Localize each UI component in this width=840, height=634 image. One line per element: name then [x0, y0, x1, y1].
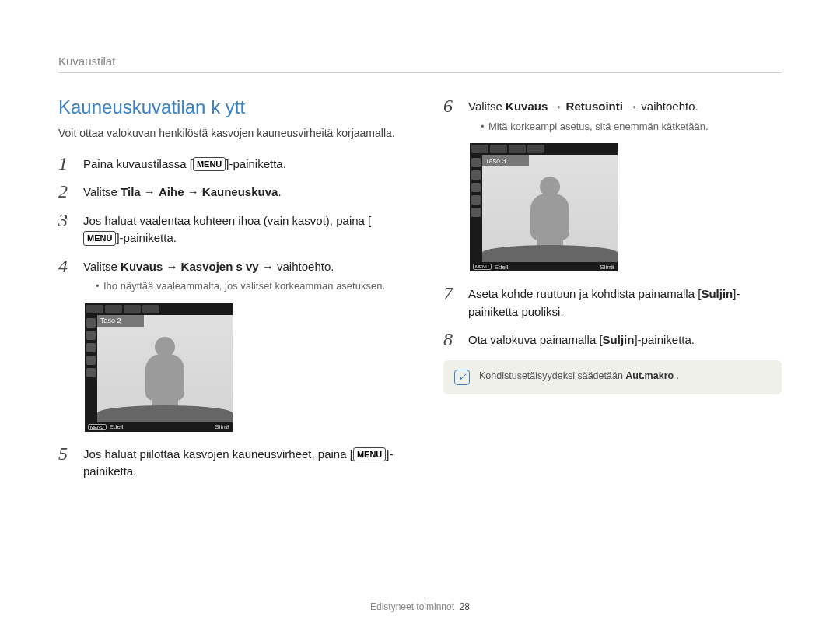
- camera-preview-2: Taso 3 MENUEdell. Siirrä: [470, 143, 618, 271]
- cam-option-icon: [86, 368, 96, 377]
- menu-badge: MENU: [473, 264, 492, 270]
- breadcrumb: Kuvaustilat: [58, 54, 782, 73]
- menu-badge: MENU: [88, 424, 107, 430]
- step-text: Jos haluat piilottaa kasvojen kauneusvir…: [83, 447, 353, 461]
- cam-option-icon: [86, 343, 96, 352]
- step-1: 1 Paina kuvaustilassa [MENU]-painiketta.: [58, 154, 397, 173]
- cam-bottombar: MENUEdell. Siirrä: [470, 262, 618, 271]
- step-number: 5: [58, 444, 75, 463]
- cam-move-label: Siirrä: [600, 264, 614, 271]
- intro-text: Voit ottaa valokuvan henkilöstä kasvojen…: [58, 126, 397, 142]
- note-box: ✓ Kohdistusetäisyydeksi säädetään Aut.ma…: [443, 360, 782, 394]
- step-6: 6 Valitse Kuvaus → Retusointi → vaihtoeh…: [443, 96, 782, 134]
- cam-topbar: [85, 303, 233, 315]
- cam-level-label: Taso 3: [482, 155, 529, 166]
- step-text-bold: Kasvojen s vy: [181, 260, 259, 273]
- step-number: 7: [443, 284, 460, 303]
- step-text: →: [163, 260, 180, 273]
- step-number: 6: [443, 96, 460, 115]
- step-text: ]-painiketta.: [226, 157, 286, 170]
- footer-page-number: 28: [460, 601, 470, 612]
- step-number: 8: [443, 330, 460, 349]
- step-7: 7 Aseta kohde ruutuun ja kohdista painam…: [443, 284, 782, 321]
- step-text-bold: Suljin: [603, 333, 635, 346]
- menu-badge: MENU: [83, 231, 116, 246]
- step-text-bold: Aihe: [159, 185, 184, 198]
- note-text: .: [674, 370, 679, 381]
- menu-badge: MENU: [353, 447, 386, 462]
- camera-preview-1: Taso 2 MENUEdell. Siirrä: [85, 303, 233, 432]
- step-number: 1: [58, 154, 75, 173]
- page-footer: Edistyneet toiminnot 28: [0, 601, 840, 612]
- cam-option-icon: [86, 318, 96, 328]
- info-icon: ✓: [454, 370, 470, 385]
- cam-topbar: [470, 143, 618, 155]
- step-bullet: Mitä korkeampi asetus, sitä enemmän kätk…: [481, 119, 782, 135]
- step-text-bold: Retusointi: [566, 100, 623, 113]
- cam-option-icon: [471, 208, 481, 217]
- step-text: Valitse: [83, 260, 121, 273]
- cam-option-icon: [471, 158, 481, 167]
- step-text: .: [278, 185, 281, 198]
- step-text: →: [141, 185, 159, 198]
- step-text: Ota valokuva painamalla [: [468, 333, 603, 346]
- step-4: 4 Valitse Kuvaus → Kasvojen s vy → vaiht…: [58, 257, 397, 294]
- cam-leftbar: [85, 315, 97, 422]
- step-text: Jos haluat vaalentaa kohteen ihoa (vain …: [83, 214, 371, 227]
- step-text: → vaihtoehto.: [259, 260, 334, 273]
- cam-picture: [482, 155, 618, 262]
- step-text-bold: Kuvaus: [121, 260, 163, 273]
- step-text: ]-painiketta.: [116, 231, 177, 244]
- step-text: Paina kuvaustilassa [: [83, 157, 193, 170]
- cam-option-icon: [471, 195, 481, 205]
- cam-option-icon: [471, 170, 481, 180]
- right-column: 6 Valitse Kuvaus → Retusointi → vaihtoeh…: [443, 96, 782, 490]
- cam-back-label: Edell.: [110, 423, 125, 430]
- step-text: Aseta kohde ruutuun ja kohdista painamal…: [468, 287, 701, 300]
- cam-picture: [97, 315, 233, 422]
- step-text: Valitse: [83, 185, 121, 198]
- menu-badge: MENU: [193, 157, 226, 172]
- step-number: 3: [58, 211, 75, 229]
- step-bullet: Iho näyttää vaaleammalta, jos valitset k…: [96, 278, 397, 294]
- cam-option-icon: [471, 183, 481, 192]
- step-8: 8 Ota valokuva painamalla [Suljin]-paini…: [443, 330, 782, 349]
- cam-back-label: Edell.: [495, 264, 510, 271]
- left-column: Kauneuskuvatilan k ytt Voit ottaa valoku…: [58, 96, 397, 490]
- step-text-bold: Kauneuskuva: [202, 185, 278, 198]
- step-5: 5 Jos haluat piilottaa kasvojen kauneusv…: [58, 444, 397, 481]
- step-text: Valitse: [468, 100, 506, 113]
- step-text: → vaihtoehto.: [623, 100, 698, 113]
- page-title: Kauneuskuvatilan k ytt: [58, 96, 397, 118]
- step-text: →: [184, 185, 202, 198]
- cam-option-icon: [86, 356, 96, 365]
- person-silhouette-icon: [138, 337, 192, 422]
- step-text-bold: Suljin: [701, 287, 733, 300]
- footer-section: Edistyneet toiminnot: [370, 601, 454, 612]
- cam-bottombar: MENUEdell. Siirrä: [85, 422, 233, 432]
- cam-move-label: Siirrä: [215, 423, 229, 430]
- step-number: 2: [58, 182, 75, 201]
- cam-option-icon: [86, 331, 96, 340]
- step-2: 2 Valitse Tila → Aihe → Kauneuskuva.: [58, 182, 397, 201]
- person-silhouette-icon: [523, 177, 577, 262]
- step-3: 3 Jos haluat vaalentaa kohteen ihoa (vai…: [58, 211, 397, 247]
- cam-leftbar: [470, 155, 482, 262]
- note-text: Kohdistusetäisyydeksi säädetään: [479, 370, 625, 381]
- step-number: 4: [58, 257, 75, 275]
- note-text-bold: Aut.makro: [625, 370, 674, 381]
- cam-level-label: Taso 2: [97, 315, 144, 327]
- step-text-bold: Tila: [121, 185, 141, 198]
- step-text-bold: Kuvaus: [506, 100, 548, 113]
- step-text: →: [548, 100, 565, 113]
- step-text: ]-painiketta.: [634, 333, 695, 346]
